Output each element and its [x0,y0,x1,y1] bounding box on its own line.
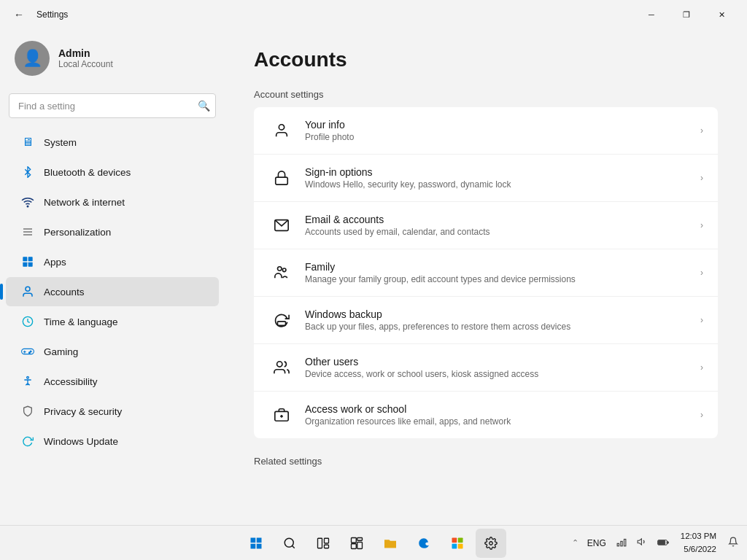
sidebar-label-accounts: Accounts [44,287,85,298]
sidebar-label-system: System [44,137,77,148]
other-users-chevron: › [700,362,703,373]
svg-rect-49 [667,542,668,544]
other-users-text: Other users Device access, work or schoo… [305,356,700,379]
svg-rect-46 [624,540,625,546]
sidebar-label-bluetooth: Bluetooth & devices [44,167,131,178]
svg-rect-7 [28,262,33,267]
tray-chevron[interactable]: ⌃ [570,537,580,549]
sidebar-item-gaming[interactable]: Gaming [6,337,219,366]
explorer-taskbar-button[interactable] [375,529,406,558]
svg-rect-41 [452,543,457,548]
settings-item-other-users[interactable]: Other users Device access, work or schoo… [254,344,718,392]
sidebar-nav: 🖥 System Bluetooth & devices [0,127,225,456]
family-text: Family Manage your family group, edit ac… [305,261,700,284]
user-info: Admin Local Account [58,47,113,69]
work-school-icon [268,402,295,428]
svg-rect-5 [28,257,33,261]
backup-chevron: › [700,315,703,325]
your-info-desc: Profile photo [305,132,700,142]
store-taskbar-button[interactable] [442,529,473,558]
svg-point-19 [278,267,282,271]
close-button[interactable]: ✕ [705,4,738,25]
sidebar-item-privacy[interactable]: Privacy & security [6,397,219,426]
accessibility-icon [20,374,35,389]
signin-icon [268,165,295,191]
main-content: Accounts Account settings Your info Prof… [225,26,747,525]
sidebar-item-network[interactable]: Network & internet [6,187,219,217]
svg-rect-27 [257,537,262,542]
avatar: 👤 [15,41,50,76]
avatar-icon: 👤 [23,49,42,68]
settings-item-family[interactable]: Family Manage your family group, edit ac… [254,249,718,297]
sidebar-label-accessibility: Accessibility [44,376,98,387]
sidebar-item-accessibility[interactable]: Accessibility [6,367,219,396]
work-school-title: Access work or school [305,403,700,415]
sidebar-item-personalization[interactable]: Personalization [6,217,219,246]
settings-item-email[interactable]: Email & accounts Accounts used by email,… [254,202,718,249]
widgets-button[interactable] [341,529,372,558]
svg-rect-37 [352,543,357,548]
sidebar-item-time[interactable]: Time & language [6,307,219,336]
sidebar-item-accounts[interactable]: Accounts [6,277,219,306]
svg-rect-38 [357,542,363,548]
svg-point-16 [279,125,284,130]
clock-time: 12:03 PM [681,530,716,542]
settings-item-your-info[interactable]: Your info Profile photo › [254,107,718,155]
svg-rect-40 [458,537,463,542]
sidebar-label-apps: Apps [44,257,66,268]
title-bar: ← Settings ─ ❐ ✕ [0,0,747,26]
title-bar-left: ← Settings [9,4,68,25]
signin-desc: Windows Hello, security key, password, d… [305,179,700,190]
sidebar-item-bluetooth[interactable]: Bluetooth & devices [6,158,219,187]
search-box: 🔍 [9,93,216,118]
settings-item-backup[interactable]: Windows backup Back up your files, apps,… [254,297,718,344]
search-icon-button[interactable]: 🔍 [198,100,210,112]
sidebar-item-system[interactable]: 🖥 System [6,128,219,157]
sidebar-item-apps[interactable]: Apps [6,247,219,276]
bluetooth-icon [20,165,35,179]
notification-button[interactable] [725,534,741,552]
svg-point-30 [285,538,293,547]
system-clock[interactable]: 12:03 PM 5/6/2022 [676,530,721,556]
back-button[interactable]: ← [9,4,29,25]
search-input[interactable] [9,93,216,118]
page-title: Accounts [254,48,718,71]
network-tray-icon[interactable] [614,535,630,551]
settings-item-work-school[interactable]: Access work or school Organization resou… [254,392,718,438]
svg-rect-33 [325,538,329,543]
sidebar-item-windowsupdate[interactable]: Windows Update [6,427,219,456]
svg-point-13 [30,351,31,352]
battery-tray-icon[interactable] [654,536,672,550]
settings-taskbar-button[interactable] [476,529,506,558]
edge-taskbar-button[interactable] [409,529,439,558]
related-settings-label: Related settings [254,456,718,467]
accounts-icon [20,284,35,299]
system-icon: 🖥 [20,135,35,149]
your-info-text: Your info Profile photo [305,119,700,142]
settings-card: Your info Profile photo › Sign-in option… [254,107,718,438]
sidebar-label-time: Time & language [44,316,118,327]
svg-rect-50 [658,540,665,544]
settings-item-signin[interactable]: Sign-in options Windows Hello, security … [254,155,718,202]
sound-tray-icon[interactable] [634,535,650,551]
taskview-button[interactable] [308,529,338,558]
search-taskbar-button[interactable] [274,529,305,558]
apps-icon [20,254,35,269]
svg-rect-21 [278,322,286,326]
svg-rect-17 [276,177,288,184]
related-settings-section: Related settings [254,456,718,467]
svg-rect-45 [621,541,622,545]
svg-rect-42 [458,543,463,548]
minimize-button[interactable]: ─ [635,4,668,25]
work-school-desc: Organization resources like email, apps,… [305,416,700,427]
svg-rect-10 [22,349,34,354]
maximize-button[interactable]: ❐ [670,4,703,25]
your-info-title: Your info [305,119,700,131]
language-indicator[interactable]: ENG [584,537,609,550]
your-info-chevron: › [700,125,703,136]
start-button[interactable] [241,529,271,558]
personalization-icon [20,225,35,239]
sidebar-label-windowsupdate: Windows Update [44,436,118,447]
sidebar-label-personalization: Personalization [44,227,111,238]
svg-rect-34 [325,545,329,548]
